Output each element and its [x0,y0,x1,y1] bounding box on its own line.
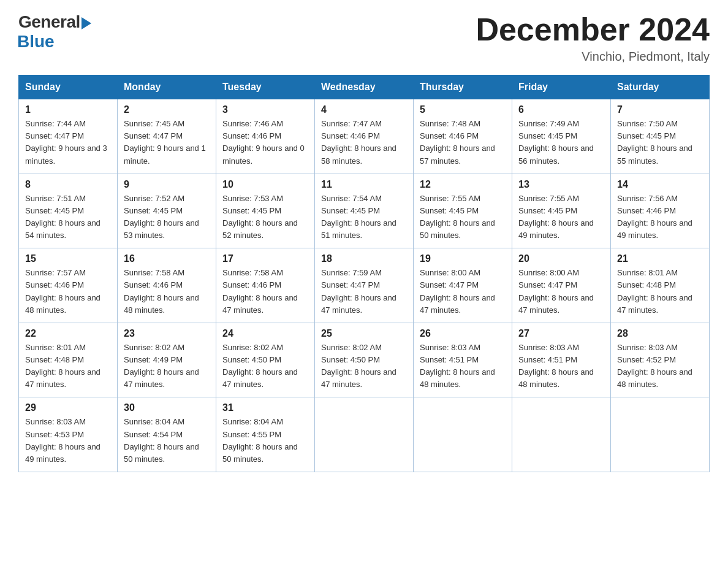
calendar-cell: 29 Sunrise: 8:03 AMSunset: 4:53 PMDaylig… [19,397,118,472]
month-title: December 2024 [476,12,710,47]
day-info: Sunrise: 7:51 AMSunset: 4:45 PMDaylight:… [25,194,100,240]
day-info: Sunrise: 8:01 AMSunset: 4:48 PMDaylight:… [25,343,100,389]
week-row-5: 29 Sunrise: 8:03 AMSunset: 4:53 PMDaylig… [19,397,710,472]
calendar-cell: 6 Sunrise: 7:49 AMSunset: 4:45 PMDayligh… [512,99,611,174]
header-day-saturday: Saturday [611,75,710,99]
day-number: 15 [25,253,111,264]
day-info: Sunrise: 7:47 AMSunset: 4:46 PMDaylight:… [321,119,396,165]
day-info: Sunrise: 7:53 AMSunset: 4:45 PMDaylight:… [222,194,298,240]
week-row-3: 15 Sunrise: 7:57 AMSunset: 4:46 PMDaylig… [19,248,710,323]
day-info: Sunrise: 8:03 AMSunset: 4:52 PMDaylight:… [617,343,692,389]
day-info: Sunrise: 8:04 AMSunset: 4:55 PMDaylight:… [222,417,298,463]
calendar-cell: 17 Sunrise: 7:58 AMSunset: 4:46 PMDaylig… [216,248,315,323]
day-number: 24 [222,328,308,339]
day-number: 19 [420,253,506,264]
calendar-header: SundayMondayTuesdayWednesdayThursdayFrid… [19,75,710,99]
day-number: 27 [518,328,604,339]
calendar-cell: 15 Sunrise: 7:57 AMSunset: 4:46 PMDaylig… [19,248,118,323]
day-info: Sunrise: 8:00 AMSunset: 4:47 PMDaylight:… [518,268,594,314]
calendar-cell: 23 Sunrise: 8:02 AMSunset: 4:49 PMDaylig… [118,323,216,397]
day-number: 13 [518,179,604,190]
day-info: Sunrise: 8:03 AMSunset: 4:51 PMDaylight:… [420,343,495,389]
day-info: Sunrise: 8:03 AMSunset: 4:53 PMDaylight:… [25,417,100,463]
day-info: Sunrise: 8:02 AMSunset: 4:49 PMDaylight:… [124,343,199,389]
calendar-cell [611,397,710,472]
day-number: 31 [222,402,308,413]
calendar-cell [414,397,512,472]
header-row: SundayMondayTuesdayWednesdayThursdayFrid… [19,75,710,99]
day-number: 25 [321,328,407,339]
calendar-cell: 2 Sunrise: 7:45 AMSunset: 4:47 PMDayligh… [118,99,216,174]
week-row-1: 1 Sunrise: 7:44 AMSunset: 4:47 PMDayligh… [19,99,710,174]
calendar-cell: 31 Sunrise: 8:04 AMSunset: 4:55 PMDaylig… [216,397,315,472]
day-info: Sunrise: 8:01 AMSunset: 4:48 PMDaylight:… [617,268,692,314]
header-day-sunday: Sunday [19,75,118,99]
day-info: Sunrise: 8:03 AMSunset: 4:51 PMDaylight:… [518,343,594,389]
day-number: 26 [420,328,506,339]
day-number: 11 [321,179,407,190]
day-number: 6 [518,104,604,115]
calendar-cell: 30 Sunrise: 8:04 AMSunset: 4:54 PMDaylig… [118,397,216,472]
calendar-cell: 25 Sunrise: 8:02 AMSunset: 4:50 PMDaylig… [315,323,414,397]
calendar-cell [315,397,414,472]
calendar-cell: 8 Sunrise: 7:51 AMSunset: 4:45 PMDayligh… [19,174,118,248]
logo-top: General [18,12,91,32]
day-number: 5 [420,104,506,115]
day-info: Sunrise: 7:54 AMSunset: 4:45 PMDaylight:… [321,194,396,240]
day-number: 28 [617,328,703,339]
calendar-cell: 3 Sunrise: 7:46 AMSunset: 4:46 PMDayligh… [216,99,315,174]
day-info: Sunrise: 8:02 AMSunset: 4:50 PMDaylight:… [321,343,396,389]
calendar-cell: 19 Sunrise: 8:00 AMSunset: 4:47 PMDaylig… [414,248,512,323]
day-info: Sunrise: 7:56 AMSunset: 4:46 PMDaylight:… [617,194,692,240]
calendar-cell: 12 Sunrise: 7:55 AMSunset: 4:45 PMDaylig… [414,174,512,248]
day-info: Sunrise: 7:59 AMSunset: 4:47 PMDaylight:… [321,268,396,314]
header-day-tuesday: Tuesday [216,75,315,99]
week-row-4: 22 Sunrise: 8:01 AMSunset: 4:48 PMDaylig… [19,323,710,397]
day-number: 14 [617,179,703,190]
week-row-2: 8 Sunrise: 7:51 AMSunset: 4:45 PMDayligh… [19,174,710,248]
day-info: Sunrise: 7:52 AMSunset: 4:45 PMDaylight:… [124,194,199,240]
day-number: 16 [124,253,210,264]
day-number: 1 [25,104,111,115]
day-number: 18 [321,253,407,264]
day-info: Sunrise: 8:02 AMSunset: 4:50 PMDaylight:… [222,343,298,389]
day-info: Sunrise: 7:55 AMSunset: 4:45 PMDaylight:… [518,194,594,240]
header-day-thursday: Thursday [414,75,512,99]
calendar-cell: 28 Sunrise: 8:03 AMSunset: 4:52 PMDaylig… [611,323,710,397]
day-info: Sunrise: 7:50 AMSunset: 4:45 PMDaylight:… [617,119,692,165]
calendar-cell: 4 Sunrise: 7:47 AMSunset: 4:46 PMDayligh… [315,99,414,174]
calendar-cell: 11 Sunrise: 7:54 AMSunset: 4:45 PMDaylig… [315,174,414,248]
calendar-cell: 27 Sunrise: 8:03 AMSunset: 4:51 PMDaylig… [512,323,611,397]
calendar-table: SundayMondayTuesdayWednesdayThursdayFrid… [18,75,710,472]
calendar-cell: 21 Sunrise: 8:01 AMSunset: 4:48 PMDaylig… [611,248,710,323]
calendar-cell: 20 Sunrise: 8:00 AMSunset: 4:47 PMDaylig… [512,248,611,323]
day-number: 3 [222,104,308,115]
day-info: Sunrise: 7:58 AMSunset: 4:46 PMDaylight:… [222,268,298,314]
day-info: Sunrise: 7:57 AMSunset: 4:46 PMDaylight:… [25,268,100,314]
day-number: 7 [617,104,703,115]
day-info: Sunrise: 7:49 AMSunset: 4:45 PMDaylight:… [518,119,594,165]
calendar-cell: 26 Sunrise: 8:03 AMSunset: 4:51 PMDaylig… [414,323,512,397]
day-info: Sunrise: 8:00 AMSunset: 4:47 PMDaylight:… [420,268,495,314]
calendar-cell: 14 Sunrise: 7:56 AMSunset: 4:46 PMDaylig… [611,174,710,248]
header-day-wednesday: Wednesday [315,75,414,99]
day-info: Sunrise: 8:04 AMSunset: 4:54 PMDaylight:… [124,417,199,463]
calendar-cell: 9 Sunrise: 7:52 AMSunset: 4:45 PMDayligh… [118,174,216,248]
day-number: 9 [124,179,210,190]
day-number: 8 [25,179,111,190]
calendar-cell: 1 Sunrise: 7:44 AMSunset: 4:47 PMDayligh… [19,99,118,174]
day-number: 20 [518,253,604,264]
day-number: 10 [222,179,308,190]
logo-blue-text: Blue [17,32,55,52]
day-number: 2 [124,104,210,115]
calendar-cell: 13 Sunrise: 7:55 AMSunset: 4:45 PMDaylig… [512,174,611,248]
day-info: Sunrise: 7:48 AMSunset: 4:46 PMDaylight:… [420,119,495,165]
page-header: General Blue December 2024 Vinchio, Pied… [18,12,710,64]
day-number: 12 [420,179,506,190]
calendar-cell: 24 Sunrise: 8:02 AMSunset: 4:50 PMDaylig… [216,323,315,397]
calendar-cell: 7 Sunrise: 7:50 AMSunset: 4:45 PMDayligh… [611,99,710,174]
day-info: Sunrise: 7:58 AMSunset: 4:46 PMDaylight:… [124,268,199,314]
title-section: December 2024 Vinchio, Piedmont, Italy [476,12,710,64]
header-day-monday: Monday [118,75,216,99]
day-info: Sunrise: 7:44 AMSunset: 4:47 PMDaylight:… [25,119,107,165]
